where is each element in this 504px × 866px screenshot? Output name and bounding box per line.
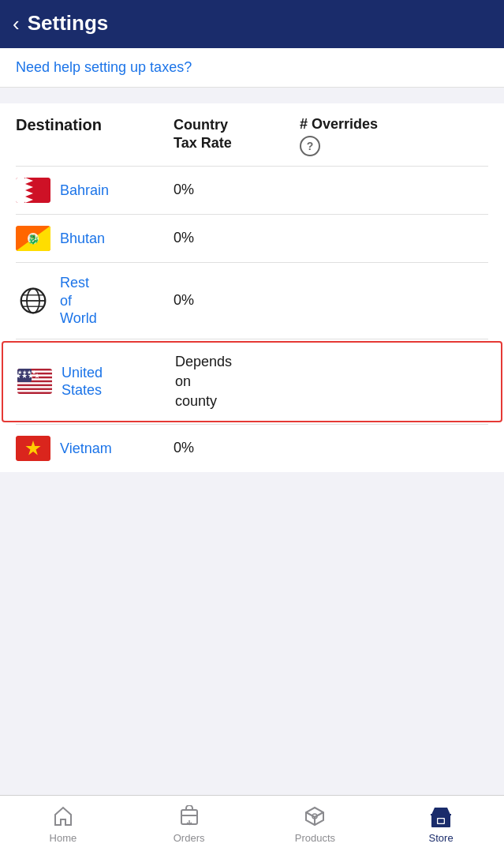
table-row[interactable]: ★★★★★ ★★★★★ United States Depends on cou…	[2, 341, 502, 423]
bhutan-flag: 🐉	[16, 226, 50, 251]
tax-rate-cell: Depends on county	[175, 352, 301, 412]
table-row[interactable]: Bahrain 0%	[0, 167, 504, 214]
country-name: United States	[62, 364, 103, 399]
country-name: Vietnam	[60, 440, 112, 458]
header: ‹ Settings	[0, 0, 504, 48]
destination-cell: Bahrain	[16, 178, 174, 203]
table-row[interactable]: Rest of World 0%	[0, 263, 504, 339]
tax-rate-cell: 0%	[174, 180, 300, 200]
top-spacer	[0, 88, 504, 103]
bahrain-flag	[16, 178, 50, 203]
back-button[interactable]: ‹	[13, 13, 20, 34]
table-row[interactable]: 🐉 Bhutan 0%	[0, 215, 504, 262]
svg-rect-18	[17, 388, 52, 390]
country-name: Bahrain	[60, 182, 109, 200]
tab-orders[interactable]: Orders	[126, 804, 252, 844]
us-flag: ★★★★★ ★★★★★	[17, 369, 52, 394]
svg-rect-29	[431, 814, 451, 815]
svg-rect-17	[17, 384, 52, 386]
destination-cell: ★★★★★ ★★★★★ United States	[17, 364, 175, 399]
bottom-spacer	[0, 472, 504, 551]
svg-text:🐉: 🐉	[28, 233, 39, 245]
destination-cell: Rest of World	[16, 274, 174, 328]
row-divider	[16, 339, 488, 339]
destination-column-header: Destination	[16, 116, 174, 134]
store-icon	[428, 804, 454, 829]
country-name: Rest of World	[60, 274, 97, 328]
destination-cell: 🐉 Bhutan	[16, 226, 174, 251]
overrides-label: # Overrides	[300, 116, 378, 133]
svg-rect-19	[17, 392, 52, 394]
tab-home[interactable]: Home	[0, 804, 126, 844]
country-name: Bhutan	[60, 230, 105, 248]
tax-rate-cell: 0%	[174, 228, 300, 248]
tab-bar: Home Orders Products	[0, 795, 504, 866]
tab-products[interactable]: Products	[252, 804, 379, 844]
overrides-column-header: # Overrides ?	[300, 116, 488, 156]
svg-rect-1	[16, 178, 25, 203]
tax-rate-cell: 0%	[174, 438, 300, 458]
tab-store[interactable]: Store	[378, 804, 504, 844]
tab-store-label: Store	[429, 832, 454, 844]
tab-orders-label: Orders	[174, 832, 205, 844]
table-header-row: Destination CountryTax Rate # Overrides …	[0, 103, 504, 166]
tax-table: Destination CountryTax Rate # Overrides …	[0, 103, 504, 472]
help-link[interactable]: Need help setting up taxes?	[16, 59, 192, 75]
overrides-help-icon[interactable]: ?	[300, 136, 320, 156]
globe-icon	[16, 283, 50, 318]
tax-rate-column-header: CountryTax Rate	[174, 116, 300, 153]
tab-products-label: Products	[295, 832, 335, 844]
tab-home-label: Home	[50, 832, 77, 844]
orders-icon	[177, 804, 202, 829]
svg-rect-30	[438, 819, 444, 823]
help-bar: Need help setting up taxes?	[0, 48, 504, 88]
table-row[interactable]: Vietnam 0%	[0, 425, 504, 472]
header-title: Settings	[28, 11, 109, 36]
svg-text:★★★★★: ★★★★★	[17, 369, 36, 375]
destination-cell: Vietnam	[16, 436, 174, 461]
products-icon	[302, 804, 327, 829]
vietnam-flag	[16, 436, 50, 461]
home-icon	[50, 804, 76, 829]
tax-rate-cell: 0%	[174, 291, 300, 310]
